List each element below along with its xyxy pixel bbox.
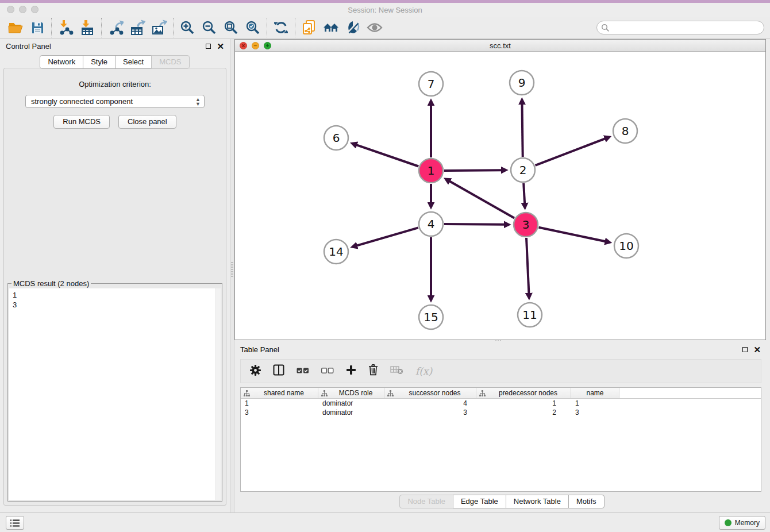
graph-node-label-15: 15 [424,310,438,324]
refresh-icon[interactable] [270,18,292,37]
close-panel-icon[interactable]: ✕ [217,42,224,51]
zoom-out-icon[interactable] [198,18,220,37]
network-canvas[interactable]: 7968124314101511 [235,52,765,340]
mcds-result-line: 3 [13,300,217,310]
graph-node-label-7: 7 [428,77,435,91]
column-header-mcds-role[interactable]: MCDS role [318,388,384,398]
attribute-tree-icon [387,390,394,396]
network-view-window: × − + scc.txt 7968124314101511 [234,39,766,340]
attribute-tree-icon [244,390,250,396]
task-history-button[interactable] [6,516,24,530]
column-header-name[interactable]: name [571,388,619,398]
import-table-icon[interactable] [76,18,98,37]
table-toolbar: f(x) [240,359,761,383]
graph-edge-2-3[interactable] [523,183,525,203]
home-neighborhood-icon[interactable] [320,18,342,37]
save-icon[interactable] [26,18,48,37]
column-header-predecessor-nodes[interactable]: predecessor nodes [476,388,571,398]
tab-network-table[interactable]: Network Table [506,495,569,508]
network-graph[interactable]: 7968124314101511 [235,52,765,340]
graph-edge-2-8[interactable] [536,138,606,165]
list-icon [10,519,20,527]
float-panel-icon[interactable] [206,44,211,49]
mcds-result-box[interactable]: 1 3 [9,288,221,500]
graph-edge-1-2[interactable] [444,170,502,171]
toolbar-separator [101,18,102,37]
minimize-window-button[interactable] [19,6,26,13]
tab-select[interactable]: Select [115,55,152,69]
close-panel-button[interactable]: Close panel [118,115,176,129]
toolbar-separator [267,18,267,37]
network-window-titlebar[interactable]: × − + scc.txt [235,40,765,52]
copy-network-icon[interactable] [298,18,320,37]
add-column-icon[interactable] [346,365,356,377]
graph-node-label-4: 4 [428,217,435,231]
select-stepper-icon: ▲▼ [195,97,201,106]
memory-status-icon [725,519,732,526]
cell-predecessor-nodes: 2 [476,408,571,417]
tab-style[interactable]: Style [83,55,116,69]
close-window-button[interactable] [7,6,14,13]
open-folder-icon[interactable] [5,18,26,37]
control-panel: Control Panel ✕ Network Style Select MCD… [0,39,230,512]
column-header-shared-name[interactable]: shared name [241,388,318,398]
table-header-row: shared name MCDS role successor nodes pr… [241,388,761,399]
deselect-checks-icon[interactable] [321,366,334,376]
zoom-in-icon[interactable] [176,18,198,37]
mcds-result-line: 1 [13,290,217,300]
paint-details-icon[interactable] [342,18,364,37]
export-image-icon[interactable] [148,18,170,37]
graph-node-label-8: 8 [622,124,629,138]
result-scrollbar[interactable] [215,288,221,500]
tab-edge-table[interactable]: Edge Table [453,495,506,508]
network-window-title: scc.txt [490,41,511,50]
criterion-select[interactable]: strongly connected component ▲▼ [25,95,205,108]
eye-visibility-icon[interactable] [364,18,386,37]
graph-edge-4-3[interactable] [444,224,505,225]
tab-motifs[interactable]: Motifs [568,495,605,508]
tab-network[interactable]: Network [40,55,83,69]
run-mcds-button[interactable]: Run MCDS [53,115,110,129]
column-header-successor-nodes[interactable]: successor nodes [384,388,476,398]
function-builder-icon[interactable]: f(x) [415,365,432,377]
graph-edge-2-9[interactable] [522,104,523,157]
zoom-fit-icon[interactable] [220,18,242,37]
float-table-panel-icon[interactable] [742,347,748,352]
close-table-panel-icon[interactable]: ✕ [753,345,761,354]
mcds-tab-content: Optimization criterion: strongly connect… [3,68,226,506]
memory-label: Memory [735,519,760,527]
table-tabs: Node Table Edge Table Network Table Moti… [234,495,770,508]
tab-node-table[interactable]: Node Table [399,495,453,508]
table-settings-gear-icon[interactable] [250,365,261,378]
tab-mcds[interactable]: MCDS [151,55,189,69]
select-all-checks-icon[interactable] [297,366,309,376]
network-maximize-icon[interactable]: + [264,42,271,49]
zoom-selected-icon[interactable] [242,18,264,37]
columns-icon[interactable] [273,364,284,378]
table-row[interactable]: 3 dominator 3 2 3 [241,408,761,417]
splitter-grip[interactable] [231,262,233,277]
delete-trash-icon[interactable] [368,364,378,378]
delete-column-icon[interactable] [390,365,403,377]
graph-node-label-1: 1 [428,164,435,178]
mcds-result-fieldset: MCDS result (2 nodes) 1 3 [7,283,222,502]
app-titlebar: Session: New Session [0,3,770,17]
graph-edge-3-1[interactable] [449,181,514,218]
vertical-splitter[interactable] [230,39,234,512]
memory-button[interactable]: Memory [719,516,765,530]
graph-edge-1-6[interactable] [356,145,418,166]
graph-node-label-11: 11 [522,308,537,322]
attribute-tree-icon [479,390,486,396]
graph-edge-3-10[interactable] [539,228,606,242]
maximize-window-button[interactable] [31,6,38,13]
table-row[interactable]: 1 dominator 4 1 1 [241,399,761,408]
graph-edge-4-14[interactable] [357,228,418,245]
import-network-icon[interactable] [55,18,76,37]
network-minimize-icon[interactable]: − [252,42,259,49]
graph-node-label-2: 2 [519,163,527,177]
export-table-icon[interactable] [126,18,148,37]
export-network-icon[interactable] [105,18,126,37]
search-input[interactable] [596,21,764,34]
network-close-icon[interactable]: × [240,42,247,49]
graph-edge-3-11[interactable] [526,238,529,294]
